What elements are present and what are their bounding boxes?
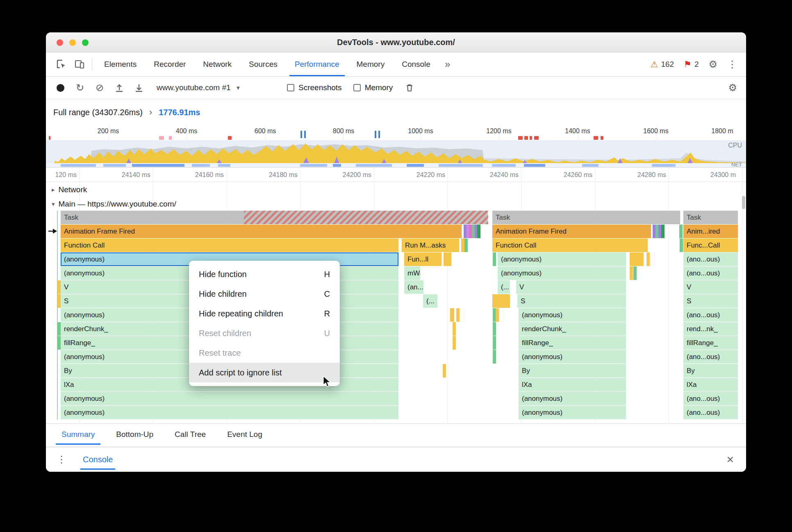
- flame-bar[interactable]: mWa: [404, 266, 421, 280]
- flame-bar[interactable]: S: [517, 294, 626, 308]
- flame-bar[interactable]: Animation Frame Fired: [61, 225, 462, 238]
- load-profile-icon[interactable]: [111, 80, 128, 96]
- full-range-label[interactable]: Full range (34307.26ms): [53, 108, 143, 117]
- flame-bar-decor: [633, 266, 637, 280]
- divider: [92, 58, 92, 70]
- main-track-header[interactable]: ▾ Main — https://www.youtube.com/: [46, 197, 746, 211]
- capture-settings-gear-icon[interactable]: ⚙: [725, 82, 740, 93]
- flame-bar[interactable]: (...: [423, 294, 438, 308]
- flame-bar[interactable]: Fun...ll: [404, 252, 442, 266]
- menu-item-hide-function[interactable]: Hide function H: [189, 264, 340, 284]
- menu-item-hide-children[interactable]: Hide children C: [189, 284, 340, 304]
- tab-memory[interactable]: Memory: [348, 52, 394, 76]
- flame-bar[interactable]: By: [683, 364, 738, 377]
- flame-bar[interactable]: Func...Call: [683, 239, 738, 252]
- tab-sources[interactable]: Sources: [240, 52, 286, 76]
- tab-recorder[interactable]: Recorder: [145, 52, 194, 76]
- collect-garbage-icon[interactable]: [401, 80, 418, 96]
- flame-bar[interactable]: fillRange_: [683, 336, 738, 350]
- save-profile-icon[interactable]: [130, 80, 148, 96]
- flame-bar[interactable]: (...: [498, 280, 510, 294]
- vertical-scrollbar[interactable]: [742, 196, 745, 209]
- flame-bar[interactable]: (anonymous): [519, 308, 626, 322]
- flame-bar[interactable]: (anonymous): [519, 350, 626, 364]
- tab-call-tree[interactable]: Call Tree: [164, 424, 216, 445]
- collapsed-triangle-icon: ▸: [52, 186, 55, 193]
- selected-range-label[interactable]: 1776.91ms: [159, 108, 200, 117]
- flame-bar[interactable]: Anim...ired: [683, 225, 738, 238]
- ruler-tick: 120 ms: [46, 171, 77, 179]
- tab-elements[interactable]: Elements: [96, 52, 145, 76]
- flame-bar[interactable]: rend...nk_: [683, 322, 738, 336]
- timeline-overview[interactable]: 200 ms 400 ms 600 ms 800 ms 1000 ms 1200…: [46, 125, 746, 168]
- flame-bar[interactable]: By: [519, 364, 626, 377]
- flame-bar[interactable]: Task: [492, 211, 680, 224]
- flame-bar[interactable]: (ano...ous): [683, 406, 738, 419]
- flame-bar[interactable]: S: [683, 294, 738, 308]
- flame-bar-decor: [661, 225, 665, 238]
- overview-tick: 1600 ms: [640, 127, 672, 135]
- flame-bar[interactable]: (anonymous): [61, 392, 399, 405]
- record-button[interactable]: [52, 80, 69, 96]
- drawer-kebab-icon[interactable]: ⋮: [52, 454, 71, 465]
- menu-item-add-script-to-ignore-list[interactable]: Add script to ignore list: [189, 363, 340, 382]
- flame-bar[interactable]: (ano...ous): [683, 252, 738, 266]
- flame-bar[interactable]: fillRange_: [519, 336, 626, 350]
- flame-bar[interactable]: (ano...ous): [683, 308, 738, 322]
- flame-bar[interactable]: (anonymous): [498, 266, 626, 280]
- flame-bar[interactable]: renderChunk_: [519, 322, 626, 336]
- errors-badge[interactable]: ⚑ 2: [680, 59, 702, 69]
- flame-row: Animation Frame FiredAnimation Frame Fir…: [46, 225, 746, 239]
- flame-bar[interactable]: V: [683, 280, 738, 294]
- drawer-tab-console[interactable]: Console: [80, 447, 115, 472]
- flame-bar[interactable]: lXa: [519, 378, 626, 391]
- flame-bar[interactable]: (an...s): [404, 280, 424, 294]
- flame-bar[interactable]: Run M...asks: [402, 239, 460, 252]
- memory-checkbox[interactable]: Memory: [353, 83, 393, 92]
- flame-bar[interactable]: (anonymous): [61, 406, 399, 419]
- minimize-window-button[interactable]: [69, 39, 76, 46]
- range-handle-left[interactable]: [300, 131, 306, 138]
- tab-console[interactable]: Console: [393, 52, 439, 76]
- more-tabs-icon[interactable]: »: [439, 52, 456, 76]
- flame-bar-decor: [630, 266, 633, 280]
- settings-gear-icon[interactable]: ⚙: [705, 59, 721, 70]
- flame-bar[interactable]: Animation Frame Fired: [492, 225, 651, 238]
- flame-bar[interactable]: (anonymous): [498, 252, 626, 266]
- network-track-header[interactable]: ▸ Network: [46, 182, 746, 197]
- reload-and-record-icon[interactable]: ↻: [71, 80, 89, 96]
- flame-bar[interactable]: (ano...ous): [683, 350, 738, 364]
- close-drawer-icon[interactable]: ×: [721, 452, 740, 466]
- ruler-tick: 24240 ms: [478, 171, 519, 179]
- tab-bottom-up[interactable]: Bottom-Up: [105, 424, 164, 445]
- clear-icon[interactable]: ⊘: [91, 80, 108, 96]
- expanded-triangle-icon: ▾: [52, 200, 55, 208]
- flame-bar[interactable]: V: [516, 280, 626, 294]
- close-window-button[interactable]: [57, 39, 63, 46]
- kebab-menu-icon[interactable]: ⋮: [724, 59, 740, 70]
- tab-event-log[interactable]: Event Log: [216, 424, 273, 445]
- flame-chart[interactable]: 120 ms 24140 ms 24160 ms 24180 ms 24200 …: [46, 168, 746, 423]
- inspect-element-icon[interactable]: [52, 52, 71, 76]
- flame-bar[interactable]: Function Call: [492, 239, 648, 252]
- device-toolbar-icon[interactable]: [71, 52, 89, 76]
- warnings-badge[interactable]: ⚠ 162: [647, 59, 678, 69]
- zoom-window-button[interactable]: [82, 39, 89, 46]
- flame-bar[interactable]: (ano...ous): [683, 392, 738, 405]
- tab-network[interactable]: Network: [194, 52, 240, 76]
- flame-bar[interactable]: lXa: [683, 378, 738, 391]
- tab-performance[interactable]: Performance: [286, 52, 348, 76]
- tab-summary[interactable]: Summary: [51, 424, 105, 445]
- menu-item-hide-repeating-children[interactable]: Hide repeating children R: [189, 304, 340, 323]
- menu-item-reset-trace[interactable]: Reset trace: [189, 343, 340, 363]
- menu-item-reset-children[interactable]: Reset children U: [189, 323, 340, 343]
- flame-bar[interactable]: (ano...ous): [683, 266, 738, 280]
- flame-bar[interactable]: Task: [683, 211, 738, 224]
- flame-bar[interactable]: Function Call: [61, 239, 399, 252]
- screenshots-checkbox[interactable]: Screenshots: [287, 83, 342, 92]
- profile-select[interactable]: www.youtube.com #1 ▼: [152, 83, 275, 92]
- range-handle-right[interactable]: [375, 131, 380, 138]
- cpu-track-label: CPU: [728, 142, 742, 149]
- flame-bar[interactable]: (anonymous): [519, 406, 626, 419]
- flame-bar[interactable]: (anonymous): [519, 392, 626, 405]
